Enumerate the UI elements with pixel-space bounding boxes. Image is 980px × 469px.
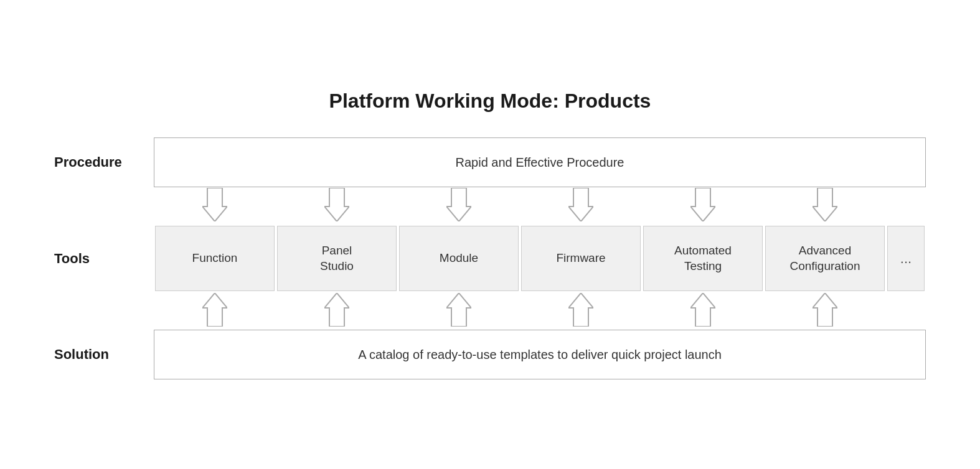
tool-advanced-text: Advanced Configuration bbox=[789, 243, 860, 274]
page-title: Platform Working Mode: Products bbox=[329, 90, 651, 113]
arrow-up-3 bbox=[398, 292, 520, 330]
chevron-down-icon-2 bbox=[324, 188, 349, 224]
arrow-up-6 bbox=[764, 292, 886, 330]
tools-row: Tools Function Panel Studio Module Firmw… bbox=[54, 225, 926, 292]
svg-marker-10 bbox=[690, 293, 715, 327]
chevron-down-icon-4 bbox=[568, 188, 593, 224]
up-arrows-row bbox=[54, 292, 926, 330]
tool-module[interactable]: Module bbox=[399, 226, 519, 291]
chevron-up-icon-2 bbox=[324, 293, 349, 329]
arrow-up-2 bbox=[276, 292, 398, 330]
tool-panel-studio[interactable]: Panel Studio bbox=[277, 226, 397, 291]
tool-automated-text: Automated Testing bbox=[674, 243, 732, 274]
svg-marker-7 bbox=[324, 293, 349, 327]
solution-label: Solution bbox=[54, 346, 154, 363]
svg-marker-1 bbox=[324, 188, 349, 221]
tool-automated-testing[interactable]: Automated Testing bbox=[643, 226, 763, 291]
down-arrows-row bbox=[54, 187, 926, 225]
svg-marker-6 bbox=[202, 293, 227, 327]
tool-function[interactable]: Function bbox=[155, 226, 275, 291]
svg-marker-3 bbox=[568, 188, 593, 221]
procedure-box: Rapid and Effective Procedure bbox=[154, 137, 926, 187]
procedure-text: Rapid and Effective Procedure bbox=[456, 156, 624, 170]
arrow-down-4 bbox=[520, 187, 642, 225]
arrow-down-1 bbox=[154, 187, 276, 225]
chevron-down-icon-6 bbox=[813, 188, 837, 224]
arrow-down-3 bbox=[398, 187, 520, 225]
chevron-up-icon-3 bbox=[446, 293, 471, 329]
arrow-up-5 bbox=[642, 292, 764, 330]
arrow-up-4 bbox=[520, 292, 642, 330]
svg-marker-2 bbox=[446, 188, 471, 221]
chevron-up-icon-5 bbox=[690, 293, 715, 329]
solution-row: Solution A catalog of ready-to-use templ… bbox=[54, 330, 926, 379]
tools-label: Tools bbox=[54, 251, 154, 267]
chevron-up-icon-6 bbox=[813, 293, 837, 329]
tool-advanced-configuration[interactable]: Advanced Configuration bbox=[765, 226, 885, 291]
svg-marker-11 bbox=[813, 293, 837, 327]
solution-text: A catalog of ready-to-use templates to d… bbox=[358, 348, 722, 362]
svg-marker-0 bbox=[202, 188, 227, 221]
svg-marker-4 bbox=[690, 188, 715, 221]
arrow-up-1 bbox=[154, 292, 276, 330]
svg-marker-9 bbox=[568, 293, 593, 327]
chevron-up-icon-1 bbox=[202, 293, 227, 329]
tool-ellipsis[interactable]: ... bbox=[887, 226, 925, 291]
chevron-down-icon-3 bbox=[446, 188, 471, 224]
arrow-down-5 bbox=[642, 187, 764, 225]
tools-boxes: Function Panel Studio Module Firmware Au… bbox=[154, 225, 926, 292]
chevron-down-icon-1 bbox=[202, 188, 227, 224]
procedure-label: Procedure bbox=[54, 154, 154, 170]
diagram-container: Platform Working Mode: Products Procedur… bbox=[54, 90, 926, 379]
arrow-down-6 bbox=[764, 187, 886, 225]
tool-panel-studio-text: Panel Studio bbox=[320, 243, 354, 274]
chevron-down-icon-5 bbox=[690, 188, 715, 224]
procedure-content: Rapid and Effective Procedure bbox=[154, 137, 926, 187]
solution-box: A catalog of ready-to-use templates to d… bbox=[154, 330, 926, 379]
tools-content: Function Panel Studio Module Firmware Au… bbox=[154, 225, 926, 292]
chevron-up-icon-4 bbox=[568, 293, 593, 329]
solution-content: A catalog of ready-to-use templates to d… bbox=[154, 330, 926, 379]
procedure-row: Procedure Rapid and Effective Procedure bbox=[54, 137, 926, 187]
tool-firmware[interactable]: Firmware bbox=[521, 226, 641, 291]
svg-marker-5 bbox=[813, 188, 837, 221]
svg-marker-8 bbox=[446, 293, 471, 327]
arrow-down-2 bbox=[276, 187, 398, 225]
